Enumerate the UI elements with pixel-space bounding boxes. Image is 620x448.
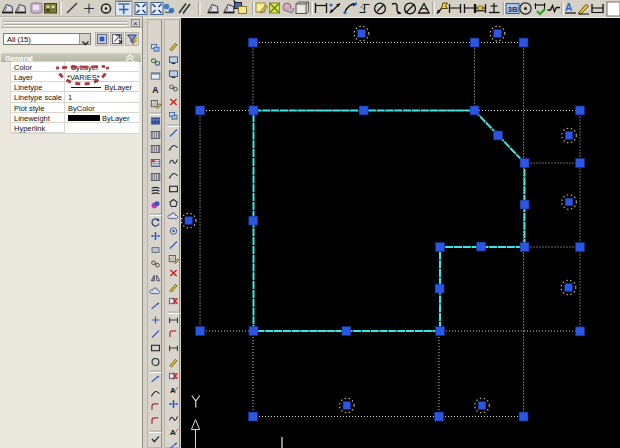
svg-text:A: A — [565, 2, 572, 13]
svg-text:A: A — [152, 85, 158, 95]
svg-text:3B: 3B — [508, 5, 518, 14]
